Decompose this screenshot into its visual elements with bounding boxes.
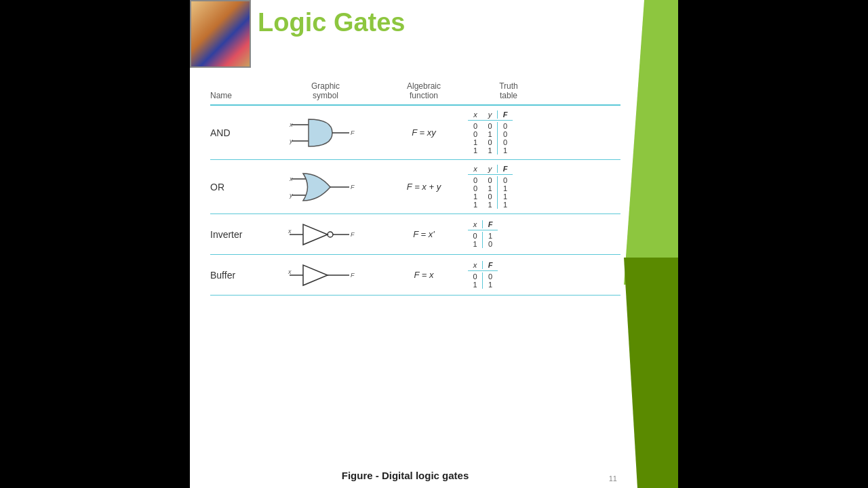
figure-caption: Figure - Digital logic gates (190, 470, 620, 481)
svg-text:y: y (289, 192, 293, 199)
buffer-gate-symbol: x F (288, 262, 363, 289)
green-shape-bottom (624, 258, 678, 488)
slide-title: Logic Gates (258, 8, 406, 37)
and-gate-symbol: x y F (288, 113, 363, 153)
green-shape-top (624, 0, 678, 285)
svg-text:x: x (289, 176, 293, 182)
gate-truth-inverter: x F 01 10 (468, 220, 549, 248)
or-gate-symbol: x y F (288, 167, 363, 207)
gate-truth-and: x y F 000 010 100 111 (468, 110, 549, 155)
gate-name-and: AND (210, 127, 271, 138)
left-panel (0, 0, 190, 488)
svg-text:y: y (289, 138, 293, 144)
col-header-truth: Truth table (468, 81, 549, 100)
gate-row-and: AND x y F (210, 106, 620, 160)
svg-text:x: x (288, 228, 292, 235)
col-header-algebraic: Algebraic function (380, 81, 468, 100)
gate-row-buffer: Buffer x F F = (210, 255, 620, 296)
gate-name-inverter: Inverter (210, 229, 271, 240)
col-header-name: Name (210, 91, 271, 100)
gate-algebraic-buffer: F = x (380, 270, 468, 280)
gate-algebraic-and: F = xy (380, 127, 468, 138)
gate-name-or: OR (210, 182, 271, 192)
slide-panel: Logic Gates Name Graphic symbol Algebrai… (190, 0, 678, 488)
gate-graphic-and: x y F (271, 113, 380, 153)
svg-text:F: F (351, 231, 355, 238)
gate-graphic-buffer: x F (271, 262, 380, 289)
green-decoration (624, 0, 678, 488)
webcam-feed (191, 1, 250, 66)
page-number: 11 (609, 474, 617, 483)
svg-text:x: x (288, 268, 292, 275)
inverter-gate-symbol: x F (288, 221, 363, 248)
svg-text:F: F (351, 129, 355, 136)
gate-row-inverter: Inverter x F (210, 214, 620, 255)
gate-graphic-or: x y F (271, 167, 380, 207)
right-panel (678, 0, 868, 488)
gate-truth-buffer: x F 00 11 (468, 261, 549, 289)
webcam (190, 0, 251, 68)
col-header-graphic: Graphic symbol (271, 81, 380, 100)
svg-text:x: x (289, 121, 293, 128)
logic-gates-table: Name Graphic symbol Algebraic function T… (210, 81, 620, 447)
gate-row-or: OR x y F (210, 160, 620, 214)
gate-algebraic-or: F = x + y (380, 182, 468, 192)
gate-algebraic-inverter: F = x' (380, 229, 468, 239)
gate-name-buffer: Buffer (210, 270, 271, 281)
gate-graphic-inverter: x F (271, 221, 380, 248)
table-headers: Name Graphic symbol Algebraic function T… (210, 81, 620, 106)
svg-text:F: F (351, 184, 355, 190)
svg-text:F: F (351, 272, 355, 279)
gate-truth-or: x y F 000 011 101 111 (468, 165, 549, 209)
main-container: Logic Gates Name Graphic symbol Algebrai… (0, 0, 868, 488)
